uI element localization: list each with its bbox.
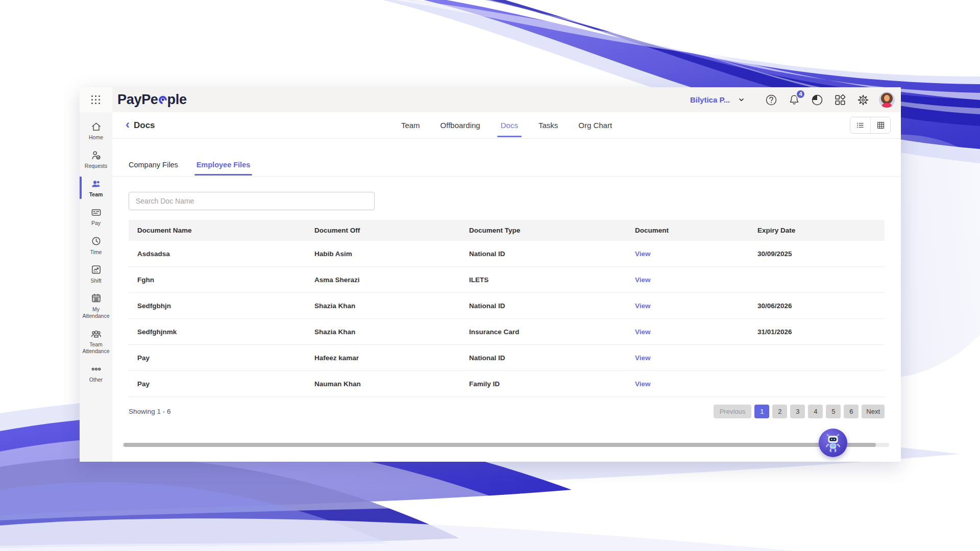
sidebar-item-label: Shift [90,278,101,284]
pagination-page-6[interactable]: 6 [844,405,859,418]
list-view-button[interactable] [850,117,870,133]
app-window: PayPeple Bilytica P... 4 [80,87,901,462]
chatbot-button[interactable] [819,429,847,457]
view-toggle [850,117,891,134]
pagination-next-button[interactable]: Next [862,405,885,418]
tab-docs[interactable]: Docs [501,112,518,138]
notification-badge: 4 [796,89,805,99]
user-avatar[interactable] [879,92,895,108]
horizontal-scrollbar-track[interactable] [122,443,889,447]
sidebar-item-home[interactable]: Home [80,116,112,145]
sidebar-item-shift[interactable]: Shift [80,260,112,288]
app-header-actions: Bilytica P... 4 [690,92,901,108]
my-attendance-icon [90,292,102,305]
view-link[interactable]: View [635,328,651,336]
cell-document: View [635,354,757,362]
sidebar-item-label: Team [89,191,103,198]
view-link[interactable]: View [635,380,651,388]
view-link[interactable]: View [635,250,651,258]
pagination-page-1[interactable]: 1 [754,405,769,418]
horizontal-scrollbar-thumb[interactable] [124,443,876,447]
cell-document: View [635,328,757,336]
sidebar-item-pay[interactable]: Pay [80,202,112,231]
home-icon [90,120,102,133]
waffle-icon [91,95,101,105]
page: { "app": { "logo_pre": "PayPe", "logo_po… [0,0,980,551]
showing-count: Showing 1 - 6 [129,408,171,415]
view-link[interactable]: View [635,276,651,284]
documents-table: Document NameDocument OffDocument TypeDo… [129,220,885,397]
column-header-document-name: Document Name [129,227,314,234]
cell-document-type: Insurance Card [469,328,635,336]
grid-view-button[interactable] [870,117,890,133]
table-row: PayNauman KhanFamily IDView [129,371,885,397]
sidebar-item-time[interactable]: Time [80,231,112,260]
tab-tasks[interactable]: Tasks [538,112,558,138]
sidebar-item-requests[interactable]: Requests [80,145,112,173]
pagination-page-2[interactable]: 2 [772,405,787,418]
sidebar-item-my-attendance[interactable]: My Attendance [80,288,112,323]
help-button[interactable] [764,93,778,107]
view-link[interactable]: View [635,302,651,310]
cell-document: View [635,302,757,310]
cell-document-name: Sedfgbhjn [129,302,314,310]
sidebar-item-team[interactable]: Team [80,173,112,202]
cell-document-name: Asdsadsa [129,250,314,258]
time-icon [90,235,102,247]
table-row: SedfghjnmkShazia KhanInsurance CardView3… [129,319,885,345]
settings-button[interactable] [856,93,870,107]
view-link[interactable]: View [635,354,651,362]
robot-icon [824,433,842,453]
app-body: HomeRequestsTeamPayTimeShiftMy Attendanc… [80,112,901,462]
theme-contrast-button[interactable] [810,93,824,107]
cell-document-name: Pay [129,354,314,362]
cell-document-off: Nauman Khan [314,380,469,388]
avatar-face [884,95,890,102]
tab-offboarding[interactable]: Offboarding [440,112,480,138]
sidebar-item-other[interactable]: Other [80,359,112,387]
pagination-page-3[interactable]: 3 [790,405,805,418]
shift-icon [90,264,102,276]
chevron-down-icon [734,93,748,107]
notifications-button[interactable]: 4 [787,93,801,107]
cell-document-type: National ID [469,354,635,362]
subtab-company-files[interactable]: Company Files [129,161,178,176]
requests-icon [90,149,102,161]
pagination-previous-button[interactable]: Previous [714,405,752,418]
cell-expiry-date: 30/06/2026 [757,302,885,310]
column-header-document: Document [635,227,757,234]
other-icon [90,363,102,375]
logo-o-icon [157,94,168,106]
account-switcher[interactable]: Bilytica P... [690,93,748,107]
tab-team[interactable]: Team [401,112,420,138]
team-attendance-icon [90,328,102,340]
pagination-page-5[interactable]: 5 [826,405,841,418]
sidebar-item-team-attendance[interactable]: Team Attendance [80,323,112,359]
cell-document-type: National ID [469,302,635,310]
table-row: PayHafeez kamarNational IDView [129,345,885,371]
apps-button[interactable] [833,93,847,107]
subtab-employee-files[interactable]: Employee Files [197,161,251,176]
app-launcher-button[interactable] [80,87,112,112]
pagination-page-4[interactable]: 4 [808,405,823,418]
column-header-document-type: Document Type [469,227,635,234]
cell-document: View [635,250,757,258]
search-input[interactable] [129,192,375,210]
avatar-body [881,103,892,108]
table-row: AsdsadsaHabib AsimNational IDView30/09/2… [129,241,885,267]
cell-document-name: Fghn [129,276,314,284]
cell-document-type: Family ID [469,380,635,388]
tab-org-chart[interactable]: Org Chart [578,112,612,138]
table-body: AsdsadsaHabib AsimNational IDView30/09/2… [129,241,885,397]
cell-document: View [635,276,757,284]
pay-icon [90,206,102,218]
account-label: Bilytica P... [690,95,730,104]
main-tabs: TeamOffboardingDocsTasksOrg Chart [112,112,901,138]
sidebar-item-label: My Attendance [81,306,111,319]
table-row: SedfgbhjnShazia KhanNational IDView30/06… [129,293,885,319]
table-header-row: Document NameDocument OffDocument TypeDo… [129,220,885,241]
subtabs: Company FilesEmployee Files [112,139,901,177]
column-header-document-off: Document Off [314,227,469,234]
app-header: PayPeple Bilytica P... 4 [80,87,901,112]
sidebar: HomeRequestsTeamPayTimeShiftMy Attendanc… [80,112,112,462]
